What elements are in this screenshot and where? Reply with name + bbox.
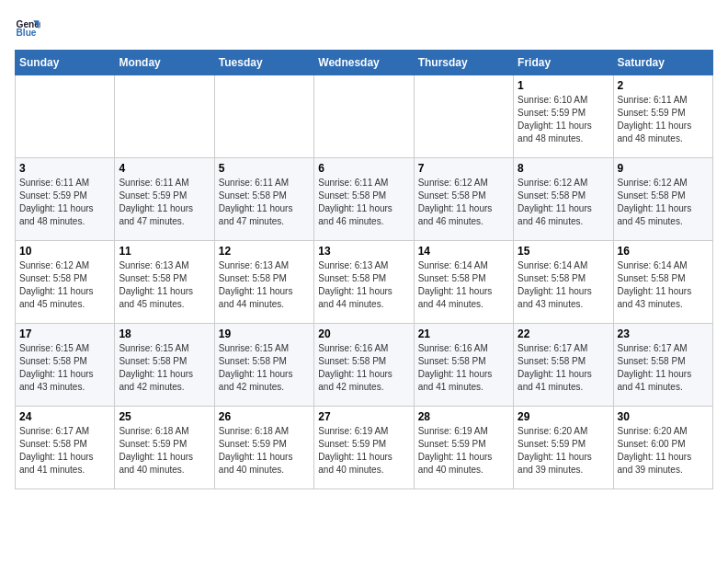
calendar-cell: 27Sunrise: 6:19 AM Sunset: 5:59 PM Dayli… xyxy=(314,407,414,489)
day-number: 19 xyxy=(219,327,310,340)
calendar-cell: 16Sunrise: 6:14 AM Sunset: 5:58 PM Dayli… xyxy=(613,241,712,324)
calendar-cell: 9Sunrise: 6:12 AM Sunset: 5:58 PM Daylig… xyxy=(613,158,712,241)
day-number: 9 xyxy=(618,162,709,175)
day-info: Sunrise: 6:20 AM Sunset: 5:59 PM Dayligh… xyxy=(518,425,609,477)
day-info: Sunrise: 6:16 AM Sunset: 5:58 PM Dayligh… xyxy=(418,342,509,394)
day-number: 26 xyxy=(219,410,310,423)
calendar-cell: 10Sunrise: 6:12 AM Sunset: 5:58 PM Dayli… xyxy=(16,241,115,324)
day-info: Sunrise: 6:16 AM Sunset: 5:58 PM Dayligh… xyxy=(318,342,409,394)
day-number: 13 xyxy=(318,245,409,258)
day-info: Sunrise: 6:13 AM Sunset: 5:58 PM Dayligh… xyxy=(219,259,310,311)
day-number: 29 xyxy=(518,410,609,423)
weekday-header-tuesday: Tuesday xyxy=(214,51,313,75)
day-info: Sunrise: 6:19 AM Sunset: 5:59 PM Dayligh… xyxy=(418,425,509,477)
day-info: Sunrise: 6:13 AM Sunset: 5:58 PM Dayligh… xyxy=(119,259,210,311)
day-info: Sunrise: 6:11 AM Sunset: 5:59 PM Dayligh… xyxy=(19,177,110,228)
calendar-table: SundayMondayTuesdayWednesdayThursdayFrid… xyxy=(15,50,713,489)
day-number: 28 xyxy=(418,410,509,423)
day-number: 12 xyxy=(219,245,310,258)
day-number: 10 xyxy=(19,245,110,258)
day-number: 14 xyxy=(418,245,509,258)
calendar-header-row: SundayMondayTuesdayWednesdayThursdayFrid… xyxy=(16,51,713,75)
calendar-cell: 22Sunrise: 6:17 AM Sunset: 5:58 PM Dayli… xyxy=(514,324,613,407)
day-number: 2 xyxy=(618,79,709,92)
day-info: Sunrise: 6:15 AM Sunset: 5:58 PM Dayligh… xyxy=(19,342,110,394)
day-info: Sunrise: 6:17 AM Sunset: 5:58 PM Dayligh… xyxy=(618,342,709,394)
weekday-header-thursday: Thursday xyxy=(414,51,513,75)
day-number: 7 xyxy=(418,162,509,175)
day-number: 18 xyxy=(119,327,210,340)
day-info: Sunrise: 6:11 AM Sunset: 5:59 PM Dayligh… xyxy=(119,177,210,228)
calendar-cell: 2Sunrise: 6:11 AM Sunset: 5:59 PM Daylig… xyxy=(613,75,712,158)
day-number: 5 xyxy=(219,162,310,175)
day-info: Sunrise: 6:11 AM Sunset: 5:58 PM Dayligh… xyxy=(219,177,310,228)
calendar-cell: 21Sunrise: 6:16 AM Sunset: 5:58 PM Dayli… xyxy=(414,324,513,407)
day-info: Sunrise: 6:11 AM Sunset: 5:59 PM Dayligh… xyxy=(618,94,709,145)
day-info: Sunrise: 6:15 AM Sunset: 5:58 PM Dayligh… xyxy=(119,342,210,394)
day-number: 4 xyxy=(119,162,210,175)
calendar-cell: 12Sunrise: 6:13 AM Sunset: 5:58 PM Dayli… xyxy=(214,241,313,324)
calendar-cell: 18Sunrise: 6:15 AM Sunset: 5:58 PM Dayli… xyxy=(115,324,214,407)
svg-text:Blue: Blue xyxy=(17,28,37,38)
day-info: Sunrise: 6:18 AM Sunset: 5:59 PM Dayligh… xyxy=(119,425,210,477)
calendar-week-2: 3Sunrise: 6:11 AM Sunset: 5:59 PM Daylig… xyxy=(16,158,713,241)
day-info: Sunrise: 6:12 AM Sunset: 5:58 PM Dayligh… xyxy=(19,259,110,311)
day-info: Sunrise: 6:14 AM Sunset: 5:58 PM Dayligh… xyxy=(418,259,509,311)
logo-icon: General Blue xyxy=(15,15,40,40)
calendar-cell: 23Sunrise: 6:17 AM Sunset: 5:58 PM Dayli… xyxy=(613,324,712,407)
calendar-cell: 6Sunrise: 6:11 AM Sunset: 5:58 PM Daylig… xyxy=(314,158,414,241)
day-number: 22 xyxy=(518,327,609,340)
weekday-header-saturday: Saturday xyxy=(613,51,712,75)
day-info: Sunrise: 6:14 AM Sunset: 5:58 PM Dayligh… xyxy=(618,259,709,311)
day-info: Sunrise: 6:12 AM Sunset: 5:58 PM Dayligh… xyxy=(518,177,609,228)
calendar-cell: 19Sunrise: 6:15 AM Sunset: 5:58 PM Dayli… xyxy=(214,324,313,407)
day-number: 25 xyxy=(119,410,210,423)
day-info: Sunrise: 6:11 AM Sunset: 5:58 PM Dayligh… xyxy=(318,177,409,228)
calendar-cell: 20Sunrise: 6:16 AM Sunset: 5:58 PM Dayli… xyxy=(314,324,414,407)
day-number: 21 xyxy=(418,327,509,340)
day-info: Sunrise: 6:19 AM Sunset: 5:59 PM Dayligh… xyxy=(318,425,409,477)
day-number: 3 xyxy=(19,162,110,175)
calendar-week-3: 10Sunrise: 6:12 AM Sunset: 5:58 PM Dayli… xyxy=(16,241,713,324)
day-info: Sunrise: 6:18 AM Sunset: 5:59 PM Dayligh… xyxy=(219,425,310,477)
day-number: 11 xyxy=(119,245,210,258)
day-info: Sunrise: 6:15 AM Sunset: 5:58 PM Dayligh… xyxy=(219,342,310,394)
calendar-cell xyxy=(314,75,414,158)
weekday-header-friday: Friday xyxy=(514,51,613,75)
calendar-cell: 3Sunrise: 6:11 AM Sunset: 5:59 PM Daylig… xyxy=(16,158,115,241)
calendar-cell: 1Sunrise: 6:10 AM Sunset: 5:59 PM Daylig… xyxy=(514,75,613,158)
day-info: Sunrise: 6:17 AM Sunset: 5:58 PM Dayligh… xyxy=(518,342,609,394)
day-number: 15 xyxy=(518,245,609,258)
calendar-cell: 17Sunrise: 6:15 AM Sunset: 5:58 PM Dayli… xyxy=(16,324,115,407)
page-header: General Blue xyxy=(15,15,713,40)
day-number: 23 xyxy=(618,327,709,340)
calendar-cell: 5Sunrise: 6:11 AM Sunset: 5:58 PM Daylig… xyxy=(214,158,313,241)
calendar-week-5: 24Sunrise: 6:17 AM Sunset: 5:58 PM Dayli… xyxy=(16,407,713,489)
day-number: 8 xyxy=(518,162,609,175)
day-number: 24 xyxy=(19,410,110,423)
calendar-cell: 28Sunrise: 6:19 AM Sunset: 5:59 PM Dayli… xyxy=(414,407,513,489)
calendar-cell: 26Sunrise: 6:18 AM Sunset: 5:59 PM Dayli… xyxy=(214,407,313,489)
calendar-cell xyxy=(16,75,115,158)
calendar-cell: 30Sunrise: 6:20 AM Sunset: 6:00 PM Dayli… xyxy=(613,407,712,489)
day-info: Sunrise: 6:10 AM Sunset: 5:59 PM Dayligh… xyxy=(518,94,609,145)
calendar-cell xyxy=(115,75,214,158)
day-number: 6 xyxy=(318,162,409,175)
day-info: Sunrise: 6:20 AM Sunset: 6:00 PM Dayligh… xyxy=(618,425,709,477)
weekday-header-sunday: Sunday xyxy=(16,51,115,75)
day-number: 27 xyxy=(318,410,409,423)
day-number: 16 xyxy=(618,245,709,258)
calendar-cell: 4Sunrise: 6:11 AM Sunset: 5:59 PM Daylig… xyxy=(115,158,214,241)
day-info: Sunrise: 6:14 AM Sunset: 5:58 PM Dayligh… xyxy=(518,259,609,311)
day-number: 1 xyxy=(518,79,609,92)
calendar-cell xyxy=(214,75,313,158)
calendar-cell: 25Sunrise: 6:18 AM Sunset: 5:59 PM Dayli… xyxy=(115,407,214,489)
calendar-cell: 29Sunrise: 6:20 AM Sunset: 5:59 PM Dayli… xyxy=(514,407,613,489)
calendar-cell: 7Sunrise: 6:12 AM Sunset: 5:58 PM Daylig… xyxy=(414,158,513,241)
calendar-cell: 14Sunrise: 6:14 AM Sunset: 5:58 PM Dayli… xyxy=(414,241,513,324)
calendar-week-1: 1Sunrise: 6:10 AM Sunset: 5:59 PM Daylig… xyxy=(16,75,713,158)
calendar-cell: 13Sunrise: 6:13 AM Sunset: 5:58 PM Dayli… xyxy=(314,241,414,324)
calendar-body: 1Sunrise: 6:10 AM Sunset: 5:59 PM Daylig… xyxy=(16,75,713,489)
calendar-week-4: 17Sunrise: 6:15 AM Sunset: 5:58 PM Dayli… xyxy=(16,324,713,407)
calendar-cell: 24Sunrise: 6:17 AM Sunset: 5:58 PM Dayli… xyxy=(16,407,115,489)
